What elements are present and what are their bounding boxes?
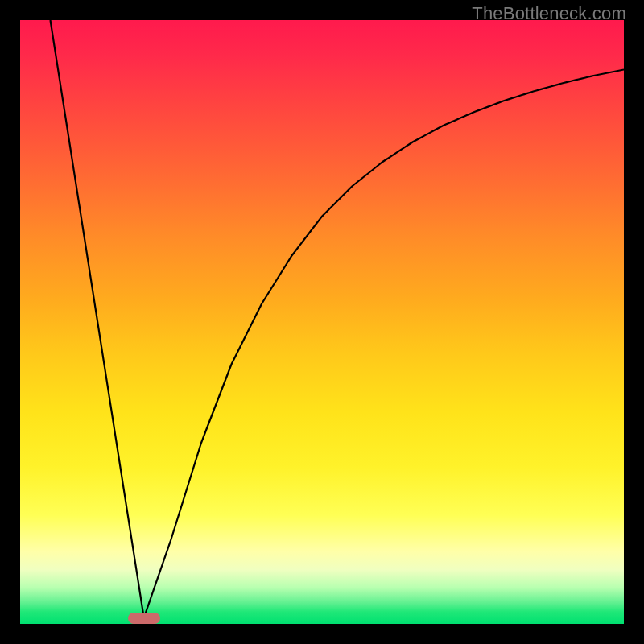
bottleneck-curve <box>20 20 624 624</box>
chart-frame: TheBottleneck.com <box>0 0 644 644</box>
curve-path <box>51 20 625 618</box>
plot-area <box>20 20 624 624</box>
optimal-marker <box>128 613 160 624</box>
watermark-text: TheBottleneck.com <box>472 3 626 24</box>
